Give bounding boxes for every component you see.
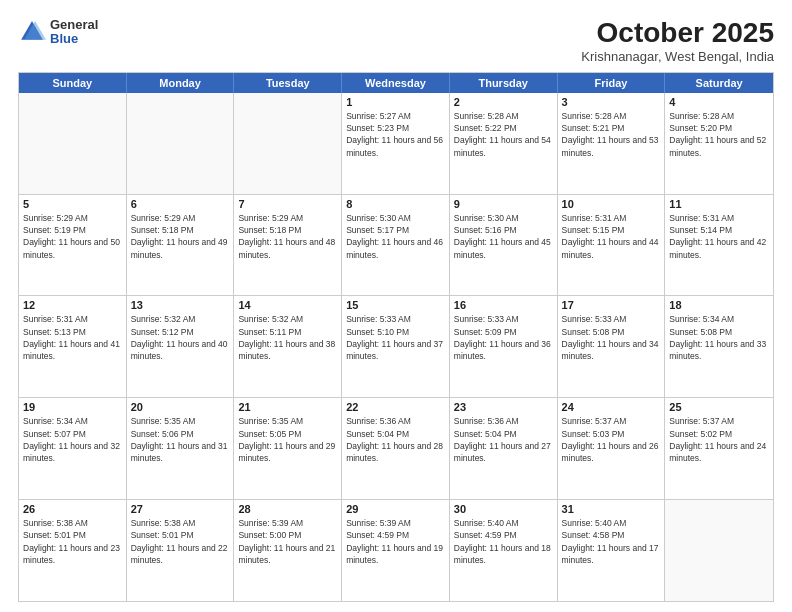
day-number: 26	[23, 503, 122, 515]
sun-info: Sunrise: 5:28 AM Sunset: 5:22 PM Dayligh…	[454, 110, 553, 159]
header: General Blue October 2025 Krishnanagar, …	[18, 18, 774, 64]
calendar-day-26: 26Sunrise: 5:38 AM Sunset: 5:01 PM Dayli…	[19, 500, 127, 601]
sun-info: Sunrise: 5:37 AM Sunset: 5:03 PM Dayligh…	[562, 415, 661, 464]
logo: General Blue	[18, 18, 98, 47]
calendar-row: 1Sunrise: 5:27 AM Sunset: 5:23 PM Daylig…	[19, 93, 773, 194]
day-number: 29	[346, 503, 445, 515]
sun-info: Sunrise: 5:30 AM Sunset: 5:16 PM Dayligh…	[454, 212, 553, 261]
page: General Blue October 2025 Krishnanagar, …	[0, 0, 792, 612]
sun-info: Sunrise: 5:29 AM Sunset: 5:18 PM Dayligh…	[131, 212, 230, 261]
calendar-day-4: 4Sunrise: 5:28 AM Sunset: 5:20 PM Daylig…	[665, 93, 773, 194]
calendar-day-2: 2Sunrise: 5:28 AM Sunset: 5:22 PM Daylig…	[450, 93, 558, 194]
calendar-day-10: 10Sunrise: 5:31 AM Sunset: 5:15 PM Dayli…	[558, 195, 666, 296]
month-year: October 2025	[581, 18, 774, 49]
calendar-empty-cell	[665, 500, 773, 601]
sun-info: Sunrise: 5:32 AM Sunset: 5:12 PM Dayligh…	[131, 313, 230, 362]
calendar-day-7: 7Sunrise: 5:29 AM Sunset: 5:18 PM Daylig…	[234, 195, 342, 296]
calendar-row: 19Sunrise: 5:34 AM Sunset: 5:07 PM Dayli…	[19, 397, 773, 499]
day-number: 4	[669, 96, 769, 108]
calendar-day-18: 18Sunrise: 5:34 AM Sunset: 5:08 PM Dayli…	[665, 296, 773, 397]
day-number: 1	[346, 96, 445, 108]
sun-info: Sunrise: 5:31 AM Sunset: 5:13 PM Dayligh…	[23, 313, 122, 362]
day-number: 25	[669, 401, 769, 413]
sun-info: Sunrise: 5:38 AM Sunset: 5:01 PM Dayligh…	[131, 517, 230, 566]
calendar-day-23: 23Sunrise: 5:36 AM Sunset: 5:04 PM Dayli…	[450, 398, 558, 499]
calendar-day-29: 29Sunrise: 5:39 AM Sunset: 4:59 PM Dayli…	[342, 500, 450, 601]
logo-general: General	[50, 18, 98, 32]
day-number: 2	[454, 96, 553, 108]
calendar-day-31: 31Sunrise: 5:40 AM Sunset: 4:58 PM Dayli…	[558, 500, 666, 601]
sun-info: Sunrise: 5:39 AM Sunset: 5:00 PM Dayligh…	[238, 517, 337, 566]
weekday-header: Sunday	[19, 73, 127, 93]
calendar-header: SundayMondayTuesdayWednesdayThursdayFrid…	[19, 73, 773, 93]
day-number: 18	[669, 299, 769, 311]
calendar-day-24: 24Sunrise: 5:37 AM Sunset: 5:03 PM Dayli…	[558, 398, 666, 499]
sun-info: Sunrise: 5:36 AM Sunset: 5:04 PM Dayligh…	[454, 415, 553, 464]
sun-info: Sunrise: 5:37 AM Sunset: 5:02 PM Dayligh…	[669, 415, 769, 464]
day-number: 19	[23, 401, 122, 413]
calendar-body: 1Sunrise: 5:27 AM Sunset: 5:23 PM Daylig…	[19, 93, 773, 601]
calendar-day-12: 12Sunrise: 5:31 AM Sunset: 5:13 PM Dayli…	[19, 296, 127, 397]
calendar-day-1: 1Sunrise: 5:27 AM Sunset: 5:23 PM Daylig…	[342, 93, 450, 194]
calendar-day-28: 28Sunrise: 5:39 AM Sunset: 5:00 PM Dayli…	[234, 500, 342, 601]
sun-info: Sunrise: 5:36 AM Sunset: 5:04 PM Dayligh…	[346, 415, 445, 464]
day-number: 15	[346, 299, 445, 311]
calendar-day-9: 9Sunrise: 5:30 AM Sunset: 5:16 PM Daylig…	[450, 195, 558, 296]
calendar-day-8: 8Sunrise: 5:30 AM Sunset: 5:17 PM Daylig…	[342, 195, 450, 296]
sun-info: Sunrise: 5:27 AM Sunset: 5:23 PM Dayligh…	[346, 110, 445, 159]
day-number: 11	[669, 198, 769, 210]
sun-info: Sunrise: 5:35 AM Sunset: 5:06 PM Dayligh…	[131, 415, 230, 464]
day-number: 12	[23, 299, 122, 311]
calendar-row: 26Sunrise: 5:38 AM Sunset: 5:01 PM Dayli…	[19, 499, 773, 601]
weekday-header: Monday	[127, 73, 235, 93]
sun-info: Sunrise: 5:40 AM Sunset: 4:59 PM Dayligh…	[454, 517, 553, 566]
day-number: 21	[238, 401, 337, 413]
location: Krishnanagar, West Bengal, India	[581, 49, 774, 64]
calendar: SundayMondayTuesdayWednesdayThursdayFrid…	[18, 72, 774, 602]
day-number: 5	[23, 198, 122, 210]
sun-info: Sunrise: 5:33 AM Sunset: 5:08 PM Dayligh…	[562, 313, 661, 362]
day-number: 7	[238, 198, 337, 210]
calendar-day-3: 3Sunrise: 5:28 AM Sunset: 5:21 PM Daylig…	[558, 93, 666, 194]
sun-info: Sunrise: 5:31 AM Sunset: 5:15 PM Dayligh…	[562, 212, 661, 261]
logo-text: General Blue	[50, 18, 98, 47]
calendar-day-20: 20Sunrise: 5:35 AM Sunset: 5:06 PM Dayli…	[127, 398, 235, 499]
sun-info: Sunrise: 5:29 AM Sunset: 5:19 PM Dayligh…	[23, 212, 122, 261]
day-number: 16	[454, 299, 553, 311]
sun-info: Sunrise: 5:29 AM Sunset: 5:18 PM Dayligh…	[238, 212, 337, 261]
calendar-day-25: 25Sunrise: 5:37 AM Sunset: 5:02 PM Dayli…	[665, 398, 773, 499]
title-block: October 2025 Krishnanagar, West Bengal, …	[581, 18, 774, 64]
calendar-day-16: 16Sunrise: 5:33 AM Sunset: 5:09 PM Dayli…	[450, 296, 558, 397]
day-number: 10	[562, 198, 661, 210]
sun-info: Sunrise: 5:28 AM Sunset: 5:21 PM Dayligh…	[562, 110, 661, 159]
sun-info: Sunrise: 5:34 AM Sunset: 5:07 PM Dayligh…	[23, 415, 122, 464]
calendar-day-19: 19Sunrise: 5:34 AM Sunset: 5:07 PM Dayli…	[19, 398, 127, 499]
calendar-day-15: 15Sunrise: 5:33 AM Sunset: 5:10 PM Dayli…	[342, 296, 450, 397]
sun-info: Sunrise: 5:35 AM Sunset: 5:05 PM Dayligh…	[238, 415, 337, 464]
calendar-empty-cell	[19, 93, 127, 194]
calendar-empty-cell	[234, 93, 342, 194]
calendar-day-14: 14Sunrise: 5:32 AM Sunset: 5:11 PM Dayli…	[234, 296, 342, 397]
day-number: 31	[562, 503, 661, 515]
calendar-day-13: 13Sunrise: 5:32 AM Sunset: 5:12 PM Dayli…	[127, 296, 235, 397]
calendar-day-21: 21Sunrise: 5:35 AM Sunset: 5:05 PM Dayli…	[234, 398, 342, 499]
calendar-day-30: 30Sunrise: 5:40 AM Sunset: 4:59 PM Dayli…	[450, 500, 558, 601]
sun-info: Sunrise: 5:28 AM Sunset: 5:20 PM Dayligh…	[669, 110, 769, 159]
day-number: 17	[562, 299, 661, 311]
sun-info: Sunrise: 5:32 AM Sunset: 5:11 PM Dayligh…	[238, 313, 337, 362]
weekday-header: Friday	[558, 73, 666, 93]
day-number: 9	[454, 198, 553, 210]
calendar-day-5: 5Sunrise: 5:29 AM Sunset: 5:19 PM Daylig…	[19, 195, 127, 296]
day-number: 3	[562, 96, 661, 108]
sun-info: Sunrise: 5:34 AM Sunset: 5:08 PM Dayligh…	[669, 313, 769, 362]
sun-info: Sunrise: 5:30 AM Sunset: 5:17 PM Dayligh…	[346, 212, 445, 261]
logo-blue: Blue	[50, 32, 98, 46]
sun-info: Sunrise: 5:38 AM Sunset: 5:01 PM Dayligh…	[23, 517, 122, 566]
day-number: 30	[454, 503, 553, 515]
calendar-day-22: 22Sunrise: 5:36 AM Sunset: 5:04 PM Dayli…	[342, 398, 450, 499]
day-number: 28	[238, 503, 337, 515]
day-number: 8	[346, 198, 445, 210]
calendar-empty-cell	[127, 93, 235, 194]
calendar-day-6: 6Sunrise: 5:29 AM Sunset: 5:18 PM Daylig…	[127, 195, 235, 296]
day-number: 27	[131, 503, 230, 515]
